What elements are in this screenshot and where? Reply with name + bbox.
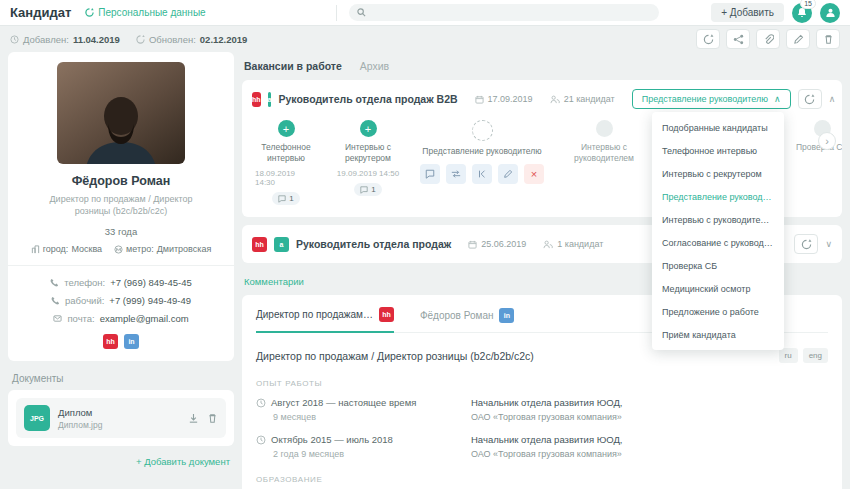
notifications-bell-button[interactable]: 15 bbox=[792, 3, 812, 23]
stage-option[interactable]: Интервью с рекрутером bbox=[652, 162, 784, 185]
vacancy-candidates-count: 1 кандидат bbox=[543, 239, 603, 249]
page-title: Кандидат bbox=[10, 5, 71, 20]
expand-icon[interactable]: ∨ bbox=[825, 239, 832, 249]
phone-icon bbox=[50, 278, 59, 287]
clock-icon bbox=[10, 35, 19, 44]
top-header: Кандидат Персональные данные + Добавить … bbox=[0, 0, 850, 26]
file-type-badge: JPG bbox=[24, 405, 50, 431]
experience-section-label: ОПЫТ РАБОТЫ bbox=[256, 379, 828, 388]
pipeline-step[interactable]: + Телефонное интервью 18.09.2019 14:30 1 bbox=[248, 120, 324, 205]
collapse-icon[interactable]: ∧ bbox=[829, 94, 836, 104]
stage-option-active[interactable]: Представление руководителю bbox=[652, 185, 784, 208]
clock-icon bbox=[256, 435, 266, 445]
city-icon bbox=[31, 245, 40, 254]
tab-archive[interactable]: Архив bbox=[360, 60, 389, 72]
resume-tab-hh[interactable]: Директор по продажам… hh bbox=[256, 307, 394, 333]
current-step-circle bbox=[472, 120, 493, 141]
notifications-badge: 15 bbox=[800, 0, 816, 9]
hh-source-icon[interactable]: hh bbox=[103, 334, 118, 349]
tab-vacancies-in-work[interactable]: Вакансии в работе bbox=[244, 60, 342, 72]
calendar-icon bbox=[468, 240, 477, 249]
stage-option[interactable]: Согласование с руководителем банка bbox=[652, 231, 784, 254]
document-title: Диплом bbox=[58, 407, 180, 418]
linkedin-source-icon[interactable]: in bbox=[124, 334, 139, 349]
stage-option[interactable]: Проверка СБ bbox=[652, 254, 784, 277]
candidate-metro: метро: Дмитровская bbox=[114, 244, 211, 254]
search-input[interactable] bbox=[372, 7, 651, 18]
candidate-phone2: рабочий: +7 (999) 949-49-49 bbox=[20, 295, 222, 306]
candidate-email: почта: example@gmail.com bbox=[20, 313, 222, 324]
download-icon[interactable] bbox=[188, 413, 199, 424]
share-button[interactable] bbox=[726, 29, 750, 49]
candidate-city: город: Москва bbox=[31, 244, 102, 254]
experience-item: Август 2018 — настоящее время 9 месяцев … bbox=[256, 397, 828, 422]
stage-option[interactable]: Медицинский осмотр bbox=[652, 277, 784, 300]
vacancy-date: 25.06.2019 bbox=[468, 239, 526, 249]
linkedin-source-icon: in bbox=[499, 308, 514, 323]
user-icon bbox=[825, 7, 836, 18]
edit-action-icon[interactable] bbox=[498, 164, 518, 184]
refresh-vacancy-button[interactable] bbox=[794, 234, 818, 254]
pipeline-step[interactable]: + Интервью с рекрутером 19.09.2019 14:50… bbox=[324, 120, 412, 205]
resume-tab-manual[interactable]: Фёдоров Роман in bbox=[420, 307, 515, 332]
documents-section-title: Документы bbox=[12, 373, 230, 384]
stage-option[interactable]: Телефонное интервью bbox=[652, 139, 784, 162]
calendar-icon bbox=[475, 95, 484, 104]
comment-action-icon[interactable] bbox=[420, 164, 440, 184]
search-bar[interactable] bbox=[349, 4, 659, 21]
hh-source-icon: hh bbox=[379, 307, 394, 322]
candidate-age: 33 года bbox=[20, 226, 222, 237]
comments-count[interactable]: 1 bbox=[354, 183, 381, 196]
hh-source-icon: hh bbox=[252, 92, 261, 107]
stage-status-button[interactable]: Представление руководителю ∧ bbox=[632, 89, 791, 109]
comments-count[interactable]: 1 bbox=[272, 192, 299, 205]
pipeline-next-icon[interactable]: › bbox=[818, 132, 836, 150]
pipeline-step[interactable]: Интервью с руководителем bbox=[552, 120, 656, 205]
candidate-phone: телефон: +7 (969) 849-45-45 bbox=[20, 277, 222, 288]
stage-option[interactable]: Предложение о работе bbox=[652, 300, 784, 323]
stage-option[interactable]: Интервью с руководителем bbox=[652, 208, 784, 231]
internal-source-icon: a bbox=[268, 92, 272, 107]
lang-ru-button[interactable]: ru bbox=[779, 348, 798, 363]
done-icon: + bbox=[365, 123, 371, 135]
divider bbox=[336, 5, 337, 21]
email-icon bbox=[53, 314, 62, 323]
reject-action-icon[interactable]: × bbox=[524, 164, 544, 184]
education-section-label: ОБРАЗОВАНИЕ bbox=[256, 475, 828, 484]
experience-item: Октябрь 2015 — июль 2018 2 года 9 месяце… bbox=[256, 434, 828, 459]
candidate-card: Фёдоров Роман Директор по продажам / Дир… bbox=[8, 52, 234, 361]
skip-back-action-icon[interactable] bbox=[472, 164, 492, 184]
pipeline-step[interactable]: Проверка СБ bbox=[780, 120, 842, 205]
clock-icon bbox=[256, 398, 266, 408]
internal-source-icon: a bbox=[274, 237, 289, 252]
vacancy-card-1: hh a Руководитель отдела продаж B2B 17.0… bbox=[242, 80, 842, 217]
lang-eng-button[interactable]: eng bbox=[803, 348, 828, 363]
hh-source-icon: hh bbox=[252, 237, 267, 252]
attachment-button[interactable] bbox=[756, 29, 780, 49]
add-document-link[interactable]: + Добавить документ bbox=[12, 456, 230, 467]
stage-option[interactable]: Подобранные кандидаты bbox=[652, 116, 784, 139]
delete-button[interactable] bbox=[816, 29, 840, 49]
refresh-button[interactable] bbox=[696, 29, 720, 49]
stage-dropdown: Подобранные кандидаты Телефонное интервь… bbox=[652, 112, 784, 350]
document-item[interactable]: JPG Диплом Диплом.jpg bbox=[16, 398, 226, 438]
comments-link[interactable]: Комментарии bbox=[244, 276, 304, 287]
candidate-position: Директор по продажам / Директор розницы … bbox=[34, 193, 208, 217]
move-action-icon[interactable] bbox=[446, 164, 466, 184]
bell-icon bbox=[797, 7, 807, 18]
updated-date: Обновлен: 02.12.2019 bbox=[136, 34, 247, 45]
delete-file-icon[interactable] bbox=[207, 413, 218, 424]
document-filename: Диплом.jpg bbox=[58, 420, 180, 430]
documents-card: JPG Диплом Диплом.jpg bbox=[8, 390, 234, 446]
refresh-vacancy-button[interactable] bbox=[798, 89, 822, 109]
chevron-up-icon: ∧ bbox=[774, 94, 781, 104]
personal-data-link[interactable]: Персональные данные bbox=[85, 7, 205, 18]
user-avatar-button[interactable] bbox=[820, 3, 840, 23]
vacancy-title[interactable]: Руководитель отдела продаж B2B bbox=[278, 93, 457, 105]
pipeline-step-current[interactable]: Представление руководителю × bbox=[412, 120, 552, 205]
add-button[interactable]: + Добавить bbox=[711, 3, 784, 22]
resume-title: Директор по продажам / Директор розницы … bbox=[256, 350, 534, 362]
stage-option[interactable]: Приём кандидата bbox=[652, 323, 784, 346]
vacancy-title[interactable]: Руководитель отдела продаж bbox=[296, 238, 451, 250]
edit-button[interactable] bbox=[786, 29, 810, 49]
